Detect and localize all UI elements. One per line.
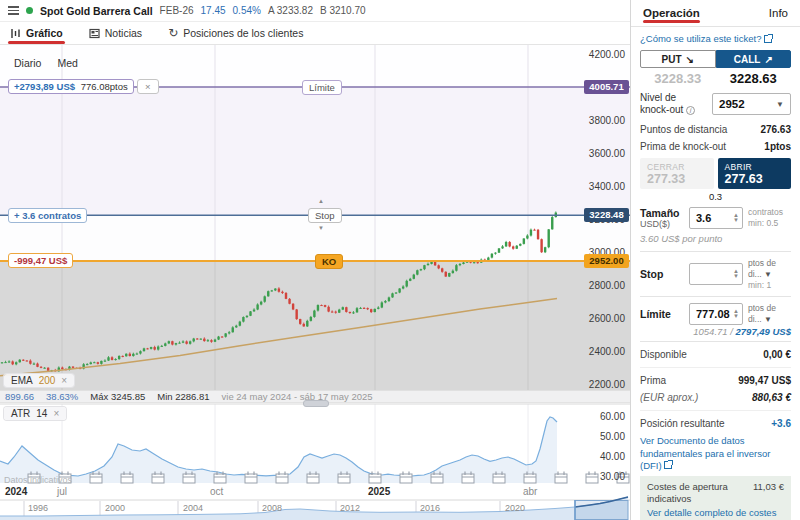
instrument-title: Spot Gold Barrera Call [40, 5, 153, 17]
chart-type-select[interactable]: Med [57, 57, 77, 69]
change-percent: 0.54% [233, 5, 261, 16]
tab-operacion[interactable]: Operación [643, 0, 700, 26]
prima-value: 999,47 US$ [738, 375, 791, 386]
size-input[interactable]: 3.6 ▲▼ [689, 207, 743, 229]
dfi-document-link[interactable]: Ver Documento de datos fundamentales par… [640, 435, 791, 472]
abrir-price: 277.63 [725, 172, 763, 186]
ticket-tabs: Operación Info [631, 0, 800, 27]
minimap-year-label: 2004 [183, 503, 203, 513]
y-axis-tick: 3400.00 [545, 181, 625, 192]
call-arrow-icon: ↗ [764, 54, 772, 65]
stop-unit-select[interactable]: ptos de di... ▼ [748, 258, 791, 280]
cerrar-button[interactable]: CERRAR 277.33 [640, 158, 714, 189]
abrir-label: ABRIR [725, 162, 752, 172]
put-button[interactable]: PUT ↘ [640, 50, 716, 68]
x-axis-label: jul [57, 486, 67, 497]
y-axis-tick: 3600.00 [545, 148, 625, 159]
stop-drag-up-icon[interactable]: ▲ [318, 198, 324, 204]
limite-pnl-value: +2793,89 US$ [14, 81, 75, 92]
direction-toggle: PUT ↘ CALL ↗ [640, 50, 791, 68]
limite-value: 777.08 [696, 308, 730, 320]
atr-axis-tick: 30.00 [545, 471, 625, 482]
how-to-use-link[interactable]: ¿Cómo se utiliza este ticket? [640, 33, 791, 44]
ko-left-chip[interactable]: -999,47 US$ [8, 253, 73, 268]
trading-app: Spot Gold Barrera Call FEB-26 17.45 0.54… [0, 0, 800, 520]
distance-label: Puntos de distancia [640, 124, 727, 135]
stepper-arrows-icon[interactable]: ▲▼ [733, 309, 739, 319]
minimap-year-label: 2008 [262, 503, 282, 513]
market-open-icon [26, 7, 33, 14]
stop-size-value: + 3.6 contratos [8, 208, 87, 223]
knockout-level-select[interactable]: 2952 ▼ [712, 93, 791, 115]
remove-atr-icon[interactable]: × [53, 408, 59, 419]
remove-limite-icon[interactable]: × [137, 79, 159, 94]
abrir-button[interactable]: ABRIR 277.63 [718, 158, 792, 189]
tab-noticias-label: Noticias [105, 27, 142, 39]
ema-indicator-chip[interactable]: EMA 200 × [4, 374, 74, 387]
panel-resize-handle[interactable] [303, 400, 329, 407]
put-label: PUT [662, 54, 682, 65]
stepper-arrows-icon[interactable]: ▲▼ [733, 213, 739, 223]
costs-detail-link[interactable]: Ver detalle completo de costes [647, 507, 784, 518]
remove-ema-icon[interactable]: × [61, 375, 67, 386]
ko-price-tag: 2952.00 [584, 254, 629, 268]
limite-left-chip[interactable]: +2793,89 US$ 776.08ptos × [8, 79, 159, 94]
minimap-year-label: 2000 [105, 503, 125, 513]
call-button[interactable]: CALL ↗ [716, 50, 792, 68]
tab-info[interactable]: Info [769, 0, 788, 26]
knockout-value: 2952 [719, 98, 745, 110]
limite-amount-note: 1054.71 / 2797,49 US$ [640, 326, 791, 337]
timeframe-select[interactable]: Diario [14, 57, 41, 69]
ko-pnl-value: -999,47 US$ [8, 253, 73, 268]
premium-ko-value: 1ptos [764, 141, 791, 152]
chart-area[interactable]: Spot Gold Barrera Call FEB-26 17.45 0.54… [0, 0, 630, 520]
limite-input[interactable]: 777.08 ▲▼ [689, 303, 743, 325]
put-arrow-icon: ↘ [686, 54, 694, 65]
per-point-note: 3.60 US$ por punto [640, 233, 791, 244]
stop-line-label[interactable]: Stop [308, 208, 342, 223]
menu-icon[interactable] [8, 6, 19, 15]
size-min: min: 0.5 [748, 218, 791, 229]
costs-value: 11,03 € [753, 481, 784, 505]
stop-input[interactable]: ▲▼ [689, 263, 743, 285]
position-value: +3.6 [771, 418, 791, 429]
atr-period: 14 [36, 408, 47, 419]
limite-price-tag: 4005.71 [584, 80, 629, 94]
tab-noticias[interactable]: Noticias [89, 22, 142, 44]
atr-axis-tick: 40.00 [545, 451, 625, 462]
minimap-year-label: 1996 [28, 503, 48, 513]
disponible-label: Disponible [640, 349, 687, 360]
limite-unit-select[interactable]: ptos de di... ▼ [748, 303, 791, 325]
distance-value: 276.63 [760, 124, 791, 135]
stat-percent: 38.63% [46, 391, 78, 402]
tab-posiciones[interactable]: ↻ Posiciones de los clientes [168, 22, 303, 44]
stepper-arrows-icon[interactable]: ▲▼ [733, 269, 739, 279]
prima-label: Prima [640, 375, 666, 386]
info-icon[interactable]: i [686, 106, 695, 115]
eur-aprox-value: 880,63 € [752, 392, 791, 403]
stop-field-label: Stop [640, 268, 684, 280]
y-axis-tick: 4200.00 [545, 49, 625, 60]
stat-min: Min 2286.81 [157, 391, 209, 402]
tab-posiciones-label: Posiciones de los clientes [183, 27, 303, 39]
put-price: 3228.33 [640, 71, 716, 88]
call-price: 3228.63 [716, 71, 792, 88]
spread-value: 0.3 [640, 191, 791, 202]
limite-line-label[interactable]: Límite [302, 80, 342, 95]
external-link-icon [664, 461, 672, 469]
call-label: CALL [734, 54, 761, 65]
x-axis-label: oct [210, 486, 223, 497]
tab-grafico[interactable]: Gráfico [10, 22, 63, 44]
minimap-year-label: 2012 [340, 503, 360, 513]
stop-left-chip[interactable]: + 3.6 contratos [8, 208, 87, 223]
knockout-label: Nivel de knock-out i [640, 92, 706, 116]
position-label: Posición resultante [640, 418, 725, 429]
y-axis-tick: 2200.00 [545, 379, 625, 390]
costs-label: Costes de apertura indicativos [647, 481, 739, 505]
ko-line-label[interactable]: KO [315, 254, 343, 269]
size-value: 3.6 [696, 212, 711, 224]
stop-drag-down-icon[interactable]: ▼ [318, 225, 324, 231]
tab-grafico-label: Gráfico [26, 27, 63, 39]
ema-label: EMA [11, 375, 33, 386]
atr-indicator-chip[interactable]: ATR 14 × [4, 407, 66, 420]
